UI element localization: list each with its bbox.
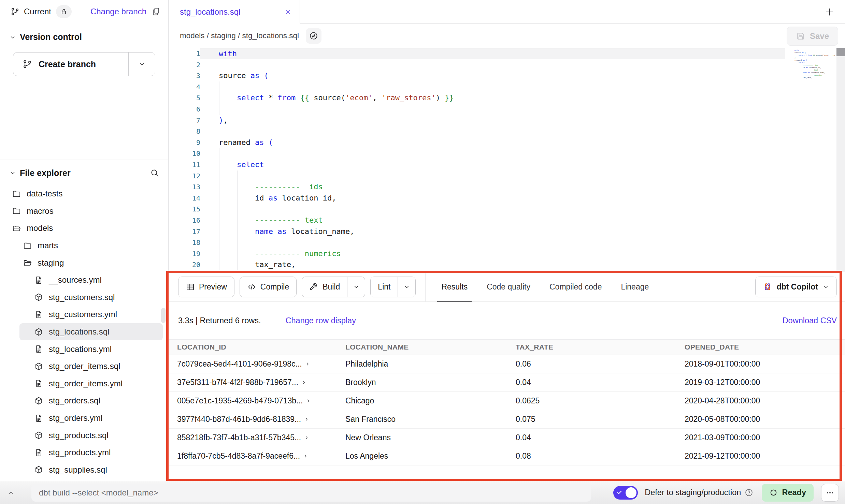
branch-lock-badge bbox=[56, 5, 72, 18]
editor-tabbar: stg_locations.sql bbox=[169, 0, 845, 24]
change-row-display-link[interactable]: Change row display bbox=[286, 316, 356, 325]
file-tree-item-stg-order-items-yml[interactable]: stg_order_items.yml bbox=[0, 375, 167, 392]
code-editor[interactable]: 1with23source as (45 select * from {{ so… bbox=[169, 48, 845, 272]
defer-toggle[interactable] bbox=[613, 486, 638, 500]
file-tree-item-data-tests[interactable]: data-tests bbox=[0, 185, 167, 203]
file-tree-item-marts[interactable]: marts bbox=[0, 237, 167, 254]
version-control-header[interactable]: Version control bbox=[0, 32, 168, 42]
yaml-file-icon bbox=[34, 344, 43, 354]
file-name: models bbox=[27, 223, 53, 233]
lint-dropdown[interactable] bbox=[398, 277, 415, 297]
chevron-down-icon bbox=[9, 169, 16, 177]
editor-minimap[interactable]: withsource as ( select * from {{ source(… bbox=[794, 49, 835, 79]
close-icon[interactable] bbox=[284, 8, 292, 16]
table-row[interactable]: 7c079cea-5ed4-4101-906e-9198c...Philadel… bbox=[169, 355, 845, 373]
expand-chevron-icon[interactable] bbox=[304, 417, 309, 422]
file-tree-item-stg-supplies-sql[interactable]: stg_supplies.sql bbox=[0, 461, 167, 479]
code-text: ---------- ids bbox=[200, 181, 785, 193]
file-tree: data-testsmacrosmodelsmartsstaging__sour… bbox=[0, 185, 167, 478]
help-icon[interactable] bbox=[744, 488, 754, 497]
cell-location-id: 858218fb-73f7-4b1b-a31f-57b345... bbox=[177, 433, 301, 442]
file-explorer-header[interactable]: File explorer bbox=[0, 164, 168, 181]
copy-branch-icon[interactable] bbox=[151, 7, 161, 16]
more-options-button[interactable] bbox=[821, 484, 839, 502]
create-branch-dropdown[interactable] bbox=[128, 53, 155, 76]
expand-chevron-icon[interactable] bbox=[304, 435, 309, 440]
editor-scrollbar[interactable] bbox=[836, 48, 845, 272]
line-number: 18 bbox=[169, 237, 200, 248]
model-cube-icon bbox=[34, 327, 43, 337]
code-text: id as location_id, bbox=[200, 193, 785, 204]
table-row[interactable]: 858218fb-73f7-4b1b-a31f-57b345...New Orl… bbox=[169, 429, 845, 447]
ellipsis-icon bbox=[825, 488, 835, 498]
table-row[interactable]: 1f8ffa70-7cb5-4d83-8a7f-9aceef6...Los An… bbox=[169, 447, 845, 465]
expand-chevron-icon[interactable] bbox=[301, 380, 306, 385]
change-branch-link[interactable]: Change branch bbox=[90, 7, 146, 16]
code-text bbox=[200, 81, 785, 93]
table-row[interactable]: 3977f440-b87d-461b-9dd6-81839...San Fran… bbox=[169, 410, 845, 429]
expand-chevron-icon[interactable] bbox=[306, 398, 311, 403]
line-number: 8 bbox=[169, 126, 200, 137]
sidebar-scrollbar-thumb[interactable] bbox=[161, 308, 166, 323]
tab-title: stg_locations.sql bbox=[180, 7, 284, 17]
table-row[interactable]: 37e5f311-b7f4-4f2f-988b-719657...Brookly… bbox=[169, 373, 845, 392]
expand-chevron-icon[interactable] bbox=[305, 361, 310, 367]
file-tree-item-stg-customers-sql[interactable]: stg_customers.sql bbox=[0, 289, 167, 306]
search-icon[interactable] bbox=[150, 168, 159, 178]
command-input[interactable] bbox=[31, 484, 591, 502]
line-number: 13 bbox=[169, 181, 200, 193]
file-name: data-tests bbox=[27, 189, 62, 198]
save-button[interactable]: Save bbox=[787, 27, 838, 46]
code-line-6: 6 bbox=[169, 104, 845, 115]
code-line-18: 18 bbox=[169, 237, 845, 248]
ready-label: Ready bbox=[782, 488, 806, 497]
panel-tab-lineage[interactable]: Lineage bbox=[621, 272, 649, 302]
ready-status-badge[interactable]: Ready bbox=[762, 484, 814, 502]
panel-tab-results[interactable]: Results bbox=[441, 272, 468, 302]
dbt-copilot-button[interactable]: dbt Copilot bbox=[755, 277, 837, 297]
minimap-line: ---------- numerics bbox=[794, 74, 835, 76]
file-tree-item-stg-orders-sql[interactable]: stg_orders.sql bbox=[0, 392, 167, 410]
folder-icon bbox=[12, 189, 21, 198]
file-tree-item-stg-orders-yml[interactable]: stg_orders.yml bbox=[0, 410, 167, 427]
expand-chevron-icon[interactable] bbox=[303, 454, 308, 459]
code-line-13: 13 ---------- ids bbox=[169, 181, 845, 193]
file-tree-item-staging[interactable]: staging bbox=[0, 254, 167, 271]
editor-scrollbar-thumb[interactable] bbox=[836, 48, 845, 56]
preview-button[interactable]: Preview bbox=[178, 277, 234, 297]
file-tree-item-stg-order-items-sql[interactable]: stg_order_items.sql bbox=[0, 358, 167, 375]
lint-button[interactable]: Lint bbox=[370, 277, 416, 297]
minimap-line: ), bbox=[794, 57, 835, 59]
file-tree-item-stg-locations-yml[interactable]: stg_locations.yml bbox=[0, 340, 167, 358]
build-button[interactable]: Build bbox=[302, 277, 365, 297]
file-tree-item-stg-products-sql[interactable]: stg_products.sql bbox=[0, 427, 167, 444]
file-tree-item-models[interactable]: models bbox=[0, 220, 167, 237]
file-tree-item-macros[interactable]: macros bbox=[0, 203, 167, 220]
panel-tab-code-quality[interactable]: Code quality bbox=[487, 272, 530, 302]
file-tree-item--sources-yml[interactable]: __sources.yml bbox=[0, 271, 167, 289]
download-csv-link[interactable]: Download CSV bbox=[783, 316, 837, 325]
create-branch-button[interactable]: Create branch bbox=[13, 52, 155, 76]
column-header-location_name: LOCATION_NAME bbox=[337, 343, 507, 351]
line-number: 6 bbox=[169, 104, 200, 115]
file-tree-item-stg-customers-yml[interactable]: stg_customers.yml bbox=[0, 306, 167, 323]
cell-location-name: New Orleans bbox=[337, 433, 507, 442]
file-tree-item-stg-locations-sql[interactable]: stg_locations.sql bbox=[19, 323, 163, 341]
cell-location-name: Brooklyn bbox=[337, 378, 507, 387]
tab-stg-locations-sql[interactable]: stg_locations.sql bbox=[169, 0, 300, 24]
line-number: 1 bbox=[169, 48, 200, 59]
table-row[interactable]: 005e7e1c-1935-4269-b479-0713b...Chicago0… bbox=[169, 392, 845, 410]
model-cube-icon bbox=[34, 465, 43, 474]
new-tab-button[interactable] bbox=[823, 5, 836, 18]
code-line-15: 15 bbox=[169, 204, 845, 215]
code-text bbox=[200, 237, 785, 248]
panel-tab-compiled-code[interactable]: Compiled code bbox=[549, 272, 602, 302]
collapse-panel-button[interactable] bbox=[0, 488, 23, 497]
file-tree-item-stg-products-yml[interactable]: stg_products.yml bbox=[0, 444, 167, 461]
build-dropdown[interactable] bbox=[347, 277, 365, 297]
yaml-file-icon bbox=[34, 276, 43, 285]
code-line-12: 12 bbox=[169, 171, 845, 182]
compile-button[interactable]: Compile bbox=[240, 277, 297, 297]
cell-location-name: San Francisco bbox=[337, 415, 507, 424]
lineage-compass-button[interactable] bbox=[306, 28, 321, 44]
